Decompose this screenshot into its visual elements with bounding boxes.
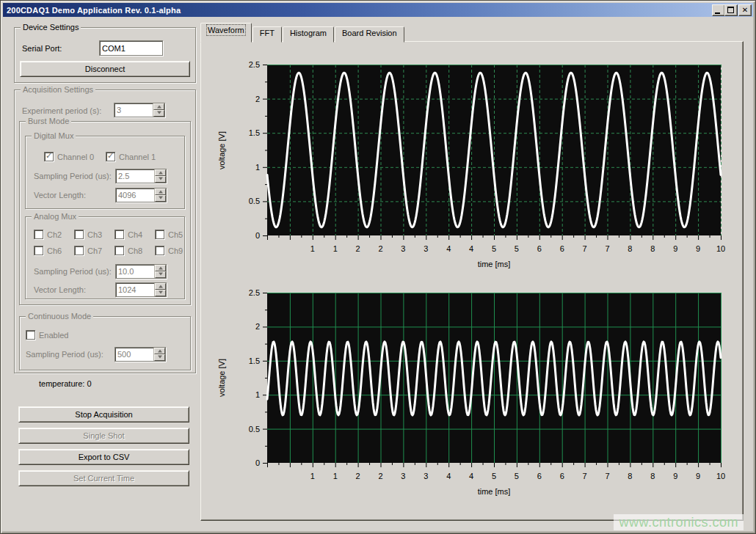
spin-up-icon: [153, 103, 164, 110]
ch6-label: Ch6: [47, 246, 62, 256]
tab-board-revision[interactable]: Board Revision: [335, 26, 404, 43]
x-tick-label: 1: [324, 244, 346, 254]
continuous-enabled-checkbox: [26, 330, 35, 340]
ch3-label: Ch3: [87, 230, 102, 240]
x-tick-label: 7: [597, 244, 619, 254]
digital-vector-length-stepper: 4096: [115, 188, 167, 202]
spin-up-icon: [155, 283, 166, 290]
y-tick-label: 0.5: [222, 424, 260, 434]
x-tick-label: 3: [392, 471, 414, 481]
continuous-sampling-period-value: 500: [115, 348, 153, 361]
ch7-label: Ch7: [87, 246, 102, 256]
x-tick-label: 8: [619, 471, 641, 481]
export-to-csv-button[interactable]: Export to CSV: [18, 449, 189, 465]
tab-fft[interactable]: FFT: [252, 26, 282, 43]
serial-port-label: Serial Port:: [22, 43, 62, 54]
y-tick-label: 2: [222, 321, 260, 332]
x-tick-label: 5: [483, 471, 505, 481]
ch7-checkbox: [74, 246, 84, 255]
app-window: 200CDAQ1 Demo Application Rev. 0.1-alpha…: [0, 0, 756, 534]
plot-area: [263, 65, 725, 241]
disconnect-button[interactable]: Disconnect: [20, 61, 190, 77]
x-tick-label: 5: [506, 244, 528, 254]
spin-up-icon: [154, 348, 165, 354]
analog-mux-legend: Analog Mux: [32, 211, 79, 222]
maximize-button[interactable]: [724, 4, 738, 16]
analog-vector-length-label: Vector Length:: [34, 285, 86, 295]
y-tick-label: 1: [222, 162, 260, 172]
digital-mux-group: Digital Mux Channel 0 Channel 1 Sampling…: [25, 136, 185, 209]
x-tick-label: 8: [641, 471, 664, 481]
x-tick-label: 1: [302, 244, 324, 254]
y-tick-label: 0.5: [222, 196, 260, 206]
window-title: 200CDAQ1 Demo Application Rev. 0.1-alpha: [3, 6, 181, 15]
spin-up-icon: [155, 265, 166, 271]
x-tick-label: 8: [641, 244, 664, 254]
analog-mux-group: Analog Mux Ch2 Ch3 Ch4 Ch5 Ch6 Ch7 Ch8 C…: [25, 216, 185, 299]
tab-strip: Waveform FFT Histogram Board Revision: [200, 26, 405, 43]
ch9-checkbox: [155, 246, 164, 255]
y-tick-label: 1.5: [222, 128, 260, 138]
x-tick-label: 4: [437, 471, 459, 481]
spin-down-icon: [155, 195, 166, 202]
x-tick-label: 3: [392, 244, 414, 254]
ch8-label: Ch8: [128, 246, 142, 256]
ch3-checkbox: [74, 230, 84, 239]
digital-sampling-period-stepper: 2.5: [115, 169, 167, 183]
y-axis-title: voltage [V]: [217, 131, 226, 169]
minimize-button[interactable]: [712, 4, 725, 16]
x-tick-label: 9: [664, 244, 686, 254]
close-button[interactable]: [738, 4, 752, 16]
x-tick-label: 7: [597, 471, 619, 481]
single-shot-button: Single Shot: [18, 428, 189, 444]
temperature-readout: temperature: 0: [39, 378, 92, 389]
continuous-mode-group: Continuous Mode Enabled Sampling Period …: [19, 316, 191, 370]
ch5-label: Ch5: [168, 230, 183, 240]
digital-mux-legend: Digital Mux: [32, 131, 76, 141]
x-tick-label: 10: [710, 244, 732, 254]
y-axis-title: voltage [V]: [217, 359, 226, 397]
analog-sampling-period-stepper: 10.0: [115, 264, 167, 279]
digital-sampling-period-value: 2.5: [116, 169, 154, 183]
x-tick-label: 7: [574, 244, 596, 254]
channel-0-checkbox: [44, 152, 54, 161]
x-tick-label: 7: [574, 471, 596, 481]
tab-waveform[interactable]: Waveform: [200, 23, 252, 43]
analog-vector-length-stepper: 1024: [115, 282, 167, 297]
analog-vector-length-value: 1024: [116, 283, 154, 296]
spin-down-icon: [153, 110, 164, 117]
title-bar: 200CDAQ1 Demo Application Rev. 0.1-alpha: [3, 3, 753, 17]
continuous-enabled-label: Enabled: [39, 330, 68, 340]
ch4-checkbox: [115, 230, 124, 239]
ch6-checkbox: [34, 246, 43, 255]
continuous-mode-legend: Continuous Mode: [26, 311, 93, 321]
tab-histogram[interactable]: Histogram: [283, 26, 334, 43]
tab-control: Waveform FFT Histogram Board Revision 2.…: [200, 26, 744, 521]
ch5-checkbox: [155, 230, 164, 239]
x-tick-label: 2: [370, 471, 392, 481]
x-tick-label: 9: [687, 471, 709, 481]
waveform-chart-bottom: 2.521.510.5011223344556677889910time [ms…: [263, 293, 740, 513]
x-axis-title: time [ms]: [267, 259, 721, 269]
waveform-chart-top: 2.521.510.5011223344556677889910time [ms…: [263, 65, 740, 285]
set-current-time-button: Set Current Time: [18, 470, 189, 486]
y-tick-label: 1.5: [222, 356, 260, 366]
spin-down-icon: [154, 354, 165, 361]
serial-port-input[interactable]: [99, 40, 163, 56]
x-tick-label: 10: [710, 471, 732, 481]
x-tick-label: 9: [664, 471, 686, 481]
digital-vector-length-label: Vector Length:: [34, 190, 86, 200]
spin-down-icon: [155, 290, 166, 296]
x-tick-label: 1: [324, 471, 346, 481]
x-tick-label: 2: [347, 471, 369, 481]
x-tick-label: 8: [619, 244, 641, 254]
y-tick-label: 2.5: [222, 59, 260, 70]
spin-up-icon: [155, 189, 166, 195]
stop-acquisition-button[interactable]: Stop Acquisition: [18, 406, 189, 423]
x-tick-label: 6: [551, 244, 573, 254]
analog-sampling-period-value: 10.0: [116, 265, 154, 278]
x-axis-title: time [ms]: [267, 486, 721, 497]
y-tick-label: 0: [222, 230, 260, 241]
y-tick-label: 0: [222, 458, 260, 468]
y-tick-label: 1: [222, 389, 260, 400]
